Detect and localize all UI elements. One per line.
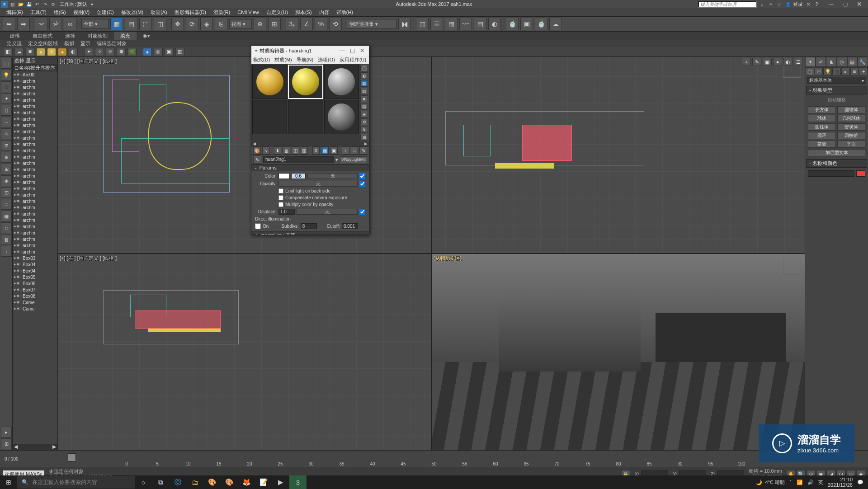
scene-item[interactable]: ●✱▫archm [13,236,57,242]
material-editor-window[interactable]: ✦ 材质编辑器 - huanJing1 — ▢ ✕ 模式(D) 材质(M) 导航… [251,45,369,235]
me-color-map-slot[interactable]: 无 [307,173,358,179]
view-cube-persp[interactable] [783,257,801,275]
subtab-display[interactable]: 显示 [77,40,94,47]
me-color-multiplier[interactable]: 0.6 [291,173,306,179]
unlink-button[interactable]: ⫘̸ [49,18,62,30]
render-button[interactable]: 🍵 [535,18,547,30]
me-slot-6[interactable] [324,100,359,134]
ref-coord-dropdown[interactable]: 视图 ▾ [229,19,252,29]
me-put-scene-icon[interactable]: ↘ [262,146,270,155]
viewport-top-left[interactable]: [+] [顶 ] [用户定义 ] [线框 ] [58,57,431,253]
me-menu-material[interactable]: 材质(M) [274,56,292,63]
cp-cam-icon[interactable]: 🎥 [832,67,841,75]
cp-autogrid-label[interactable]: 自动栅格 [805,95,868,104]
scene-explorer-list[interactable]: ●✱▫Arc00●✱▫archm●✱▫archm●✱▫archm●✱▫archm… [13,71,57,444]
subtab-idle[interactable]: 定义空闲区域 [25,40,61,47]
scene-item[interactable]: ●✱▫Came [13,306,57,312]
scene-item[interactable]: ●✱▫Box04 [13,261,57,268]
me-side3-icon[interactable]: ▦ [360,80,368,87]
placement-button[interactable]: ⎘ [215,18,227,30]
lt-icon3[interactable]: ⊡ [1,187,12,198]
menu-content[interactable]: 内容 [316,8,333,17]
me-slot-4[interactable] [252,100,287,134]
me-show-end-icon[interactable]: ▣ [330,146,338,155]
lt-viewport-config-icon[interactable]: ⊞ [1,438,12,449]
me-side5-icon[interactable]: ■ [360,95,368,102]
scale-button[interactable]: ◈ [200,18,213,30]
me-side9-icon[interactable]: ↯ [360,126,368,133]
me-maximize-button[interactable]: ▢ [348,47,356,54]
scene-item[interactable]: ●✱▫Box04 [13,268,57,274]
me-menu-nav[interactable]: 导航(N) [297,56,313,63]
me-slot-5[interactable] [288,100,323,134]
menu-civil[interactable]: Civil View [234,9,262,16]
me-slot-3[interactable] [324,65,359,99]
scene-item[interactable]: ●✱▫archm [13,198,57,204]
app1-icon[interactable]: 🎨 [203,475,221,489]
angle-snap-button[interactable]: ∠ [300,18,313,30]
scene-item[interactable]: ●✱▫archm [13,204,57,211]
menu-views[interactable]: 视图(V) [70,8,94,17]
me-show-vp-icon[interactable]: ▦ [321,146,329,155]
cp-category-dropdown[interactable]: 标准基本体▾ [807,77,866,84]
scene-item[interactable]: ●✱▫archm [13,211,57,217]
viewport-label-br[interactable]: (从帧历史区) [434,255,462,262]
menu-help[interactable]: 帮助(H) [333,8,357,17]
cp-primitive-button[interactable]: 圆柱体 [808,123,836,131]
communicate-icon[interactable]: ✧ [767,1,774,8]
app3-icon[interactable]: 📝 [255,475,272,489]
scene-item[interactable]: ●✱▫archm [13,160,57,166]
vp-tool2-icon[interactable]: ✎ [752,58,761,66]
pivot-button[interactable]: ⊕ [254,18,266,30]
particle4-icon[interactable]: ❋ [117,48,126,56]
lt-helper-icon[interactable]: ✦ [1,93,12,104]
me-comp-exp-toggle[interactable] [278,195,283,200]
scene-explorer-tabs[interactable]: 选择 显示 [13,57,57,64]
lt-icon5[interactable]: ▦ [1,211,12,221]
lt-icon6[interactable]: ⎌ [1,222,12,233]
tray-sound-icon[interactable]: 🔊 [807,480,814,485]
bind-button[interactable]: ∞ [64,18,76,30]
tray-notifications-icon[interactable]: 💬 [857,480,863,485]
scene-item[interactable]: ●✱▫archm [13,185,57,192]
subtab-editsel[interactable]: 编辑选定对象 [94,40,130,47]
me-make-icon[interactable]: ◫ [292,146,299,155]
selection-filter[interactable]: 全部 ▾ [81,19,108,29]
menu-render[interactable]: 渲染(R) [210,8,234,17]
scene-item[interactable]: ●✱▫archm [13,173,57,179]
lt-camera-icon[interactable]: 🎥 [1,81,12,92]
3dsmax-taskbar-icon[interactable]: 3 [289,475,307,489]
geo-icon[interactable]: ◧ [4,48,13,56]
light1-icon[interactable]: ● [36,48,45,56]
timeline[interactable]: 0 / 100 05101520253035404550556065707580… [0,450,868,467]
me-go-parent-icon[interactable]: ↑ [342,146,349,155]
scene-item[interactable]: ●✱▫Arc00 [13,71,57,78]
me-opacity-map-toggle[interactable] [359,181,365,187]
vp-tool6-icon[interactable]: ☰ [794,58,803,66]
se-scroll-left[interactable]: ◀ [14,444,18,450]
me-side4-icon[interactable]: ▥ [360,88,368,94]
exchange-icon[interactable]: ✕ [805,1,811,8]
vp-tool1-icon[interactable]: + [742,58,751,66]
cp-primitive-button[interactable]: 长方体 [808,106,836,113]
particle3-icon[interactable]: ⚛ [106,48,115,56]
tray-ime-icon[interactable]: 英 [818,479,823,486]
cp-motion-tab[interactable]: ◎ [837,57,847,67]
undo-button[interactable]: ⬅ [3,18,15,30]
rotate-button[interactable]: ⟳ [186,18,198,30]
lt-icon4[interactable]: ≣ [1,199,12,210]
me-opacity-map-slot[interactable]: 无 [278,181,358,187]
explorer-icon[interactable]: 🗂 [186,475,203,489]
tray-clock[interactable]: 21:10 2021/12/26 [828,477,853,488]
helper3-icon[interactable]: ▣ [165,48,174,56]
helper1-icon[interactable]: ● [143,48,152,56]
minimize-button[interactable]: — [825,0,838,8]
viewport-bottom-right[interactable]: (从帧历史区) [432,254,805,450]
ribbon-objpaint[interactable]: 对象绘制 [81,32,114,40]
me-rollout-params[interactable]: - Params [251,164,369,171]
menu-create[interactable]: 创建(C) [93,8,117,17]
cp-color-swatch[interactable] [856,170,865,177]
help-icon[interactable]: ? [813,1,820,8]
lt-filter-icon[interactable]: ⚗ [1,140,12,151]
percent-snap-button[interactable]: % [315,18,327,30]
